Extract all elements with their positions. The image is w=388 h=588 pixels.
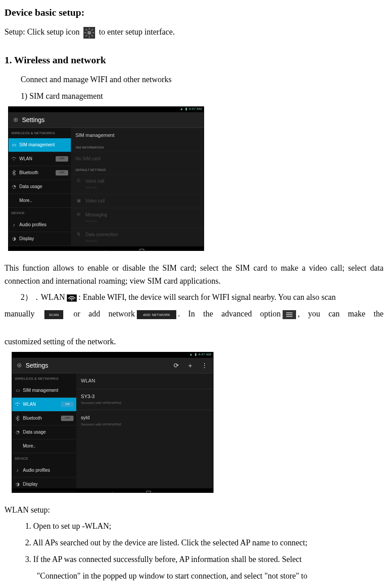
row-data-connection[interactable]: ⇅ Data connectionNot set [71,228,204,247]
sidebar-item-more[interactable]: More.. [9,194,71,208]
text: Not set [85,219,107,224]
svg-text:ADD NETWORK: ADD NETWORK [143,313,170,317]
add-network-button-image: ADD NETWORK [137,310,176,319]
svg-point-11 [15,119,17,121]
sidebar-item-more[interactable]: More.. [12,439,76,453]
step-1: 1. Open to set up -WLAN; [4,520,384,533]
sidebar-item-wlan[interactable]: WLAN ON [12,398,76,412]
blank-icon [15,443,20,449]
display-icon: ◑ [11,236,17,241]
overflow-icon[interactable]: ⋮ [201,360,208,370]
wifi-ssid: syld [81,414,209,422]
panel-header-general: GENERAL SETTINGS [71,247,204,251]
home-icon[interactable]: ⌂ [110,488,114,493]
sidebar-section-device: DEVICE [9,208,71,218]
sidebar-item-data-usage[interactable]: ◔ Data usage [9,180,71,194]
step-3a: 3. If the AP was connected successfully … [4,553,384,566]
recent-icon[interactable]: ☐ [146,488,152,493]
row-video-call[interactable]: ▣ Video call [71,194,204,208]
settings-title: Settings [22,115,45,125]
sidebar-item-display[interactable]: ◑ Display [12,478,76,491]
status-time: 4:47 AM [189,106,202,112]
step-2: 2. All APs searched out by the device ar… [4,536,384,549]
svg-point-1 [87,31,91,35]
sidebar-item-display[interactable]: ◑ Display [9,232,71,246]
sidebar-item-data-usage[interactable]: ◔ Data usage [12,426,76,439]
sidebar-item-label: More.. [23,443,35,450]
sidebar-item-label: Bluetooth [23,415,42,422]
wifi-network-row[interactable]: SY3-3 Secured with WPA/WPA2 [76,389,213,410]
message-icon: ✉ [75,211,82,218]
sim-content-panel: SIM management SIM INFORMATION No SIM ca… [71,128,204,246]
text: Messaging [85,211,107,219]
data-icon: ◔ [15,430,20,435]
battery-icon: ▮ [185,106,187,112]
sidebar-item-label: More.. [19,197,32,204]
screenshot-sim-management: ▲ ▮ 4:47 AM Settings WIRELESS & NETWORKS… [8,106,204,251]
svg-point-25 [17,405,18,406]
wlan-setup-heading: WLAN setup: [4,504,384,517]
wifi-ssid: SY3-3 [81,393,209,401]
android-statusbar: ▲ ▮ 4:47 AM [12,352,213,358]
sidebar-item-audio[interactable]: ♪ Audio profiles [12,464,76,478]
bt-toggle[interactable]: OFF [56,170,68,176]
panel-header-default-settings: DEFAULT SETTINGS [71,166,204,174]
panel-header-sim-info: SIM INFORMATION [71,143,204,152]
sidebar-item-label: Audio profiles [23,467,50,474]
wifi-icon [15,402,20,407]
wlan-paragraph-line1: 2）．WLAN : Enable WIFI, the device will s… [4,291,384,304]
sidebar-item-sim[interactable]: ▭ SIM management [12,384,76,398]
text: to enter setup interface. [99,27,174,36]
sim-icon: ▭ [15,388,20,393]
gear-icon [12,116,19,123]
sidebar-item-bluetooth[interactable]: Bluetooth OFF [9,166,71,180]
scan-button-image: SCAN [44,310,63,319]
wifi-network-row[interactable]: syld Secured with WPA/WPA2 [76,410,213,431]
sidebar-item-label: Display [23,481,38,488]
wlan-paragraph-line2: manually SCAN or add network ADD NETWORK… [4,307,384,333]
signal-icon: ▲ [180,106,183,112]
data-icon: ⇅ [75,231,82,237]
wlan-content-panel: WLAN SY3-3 Secured with WPA/WPA2 syld Se… [76,373,213,488]
sidebar-item-label: Audio profiles [19,221,47,228]
sidebar-item-label: SIM management [23,387,58,394]
signal-icon: ▲ [189,352,193,358]
add-icon[interactable]: ＋ [187,360,193,370]
svg-point-24 [19,364,20,366]
sidebar-item-storage[interactable]: ≡ Storage [9,246,71,251]
sidebar-item-label: Data usage [23,429,46,436]
settings-icon [83,27,95,39]
battery-icon: ▮ [195,352,196,358]
wlan-toggle[interactable]: OFF [56,156,68,162]
sidebar-item-bluetooth[interactable]: Bluetooth OFF [12,412,76,426]
panel-title: SIM management [71,128,204,143]
svg-point-12 [13,159,14,160]
refresh-icon[interactable]: ⟳ [174,360,179,370]
text: 1) SIM card management [4,90,384,103]
setup-intro-paragraph: Setup: Click setup icon to enter setup i… [4,26,384,39]
settings-topbar: Settings ⟳ ＋ ⋮ [12,358,213,373]
wifi-status-icon [67,294,77,302]
bt-toggle[interactable]: OFF [61,416,74,421]
row-messaging[interactable]: ✉ MessagingNot set [71,208,204,228]
display-icon: ◑ [15,482,20,487]
wlan-toggle[interactable]: ON [61,402,74,407]
text: 2）．WLAN [21,293,65,302]
bluetooth-icon [15,416,20,421]
sidebar-item-audio[interactable]: ♪ Audio profiles [9,218,71,232]
text: Setup: Click setup icon [4,27,79,36]
sidebar-item-wlan[interactable]: WLAN OFF [9,152,71,166]
sim-description: This function allows to enable or disabl… [4,262,384,288]
blank-icon [11,198,17,203]
row-voice-call[interactable]: ✆ Voice callNot set [71,174,204,194]
back-icon[interactable]: ⤺ [74,488,79,493]
text: Data connection [85,231,118,238]
sidebar-section-wireless: WIRELESS & NETWORKS [12,373,76,384]
svg-point-14 [71,299,72,301]
text: Video call [85,197,105,205]
sidebar-item-sim[interactable]: ▭ SIM management [9,138,71,152]
menu-icon [283,310,296,319]
phone-icon: ✆ [75,178,82,184]
status-time: 4:47 AM [198,352,211,358]
gear-icon [16,362,23,369]
